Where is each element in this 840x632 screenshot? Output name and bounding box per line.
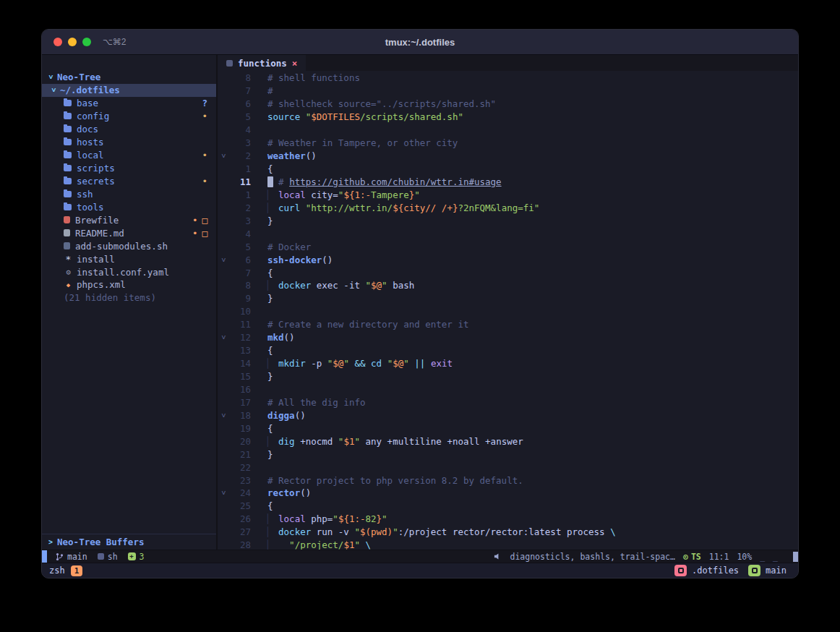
code-token: ${1:- — [343, 189, 371, 200]
tree-item[interactable]: ⚙install.conf.yaml — [42, 265, 216, 278]
code-line[interactable]: 13{ — [218, 344, 798, 357]
code-line[interactable]: 28▏ "/project/$1" \ — [218, 539, 798, 550]
code-token — [273, 358, 279, 369]
git-status-badge: • — [202, 150, 207, 161]
tmux-session-badge[interactable] — [748, 565, 760, 576]
code-line[interactable]: 4 — [218, 227, 798, 240]
folder-icon — [64, 165, 72, 171]
code-line[interactable]: >18digga() — [218, 409, 798, 422]
code-line[interactable]: 8# shell functions — [218, 72, 798, 85]
code-token — [273, 513, 279, 524]
statusline-right: diagnosticls, bashls, trail-spac… ⊙ TS 1… — [494, 552, 798, 562]
line-number: 6 — [229, 255, 251, 265]
code-line[interactable]: 14▏ mkdir -p "$@" && cd "$@" || exit — [218, 357, 798, 370]
code-line[interactable]: 11# Create a new directory and enter it — [218, 318, 798, 331]
tree-item[interactable]: base? — [42, 97, 216, 110]
code-token: \ — [610, 526, 616, 537]
code-line[interactable]: 1{ — [218, 163, 798, 176]
close-tab-icon[interactable]: × — [292, 58, 298, 69]
line-number: 19 — [229, 423, 251, 434]
tree-item[interactable]: docs — [42, 123, 216, 136]
line-number: 20 — [229, 436, 251, 447]
line-number: 5 — [229, 242, 251, 252]
code-line[interactable]: 7{ — [218, 266, 798, 279]
code-line[interactable]: 23# Rector project to php version 8.2 by… — [218, 474, 798, 487]
code-line[interactable]: 2▏ curl "http://wttr.in/${city// /+}?2nF… — [218, 201, 798, 214]
code-line[interactable]: >2weather() — [218, 150, 798, 163]
code-token: " — [365, 280, 371, 291]
tmux-right: .dotfiles main — [674, 565, 791, 576]
code-line[interactable]: 1▏ local city="${1:-Tampere}" — [218, 188, 798, 201]
code-line[interactable]: 4 — [218, 124, 798, 137]
code-line[interactable]: >24rector() — [218, 487, 798, 500]
tmux-window-name[interactable]: zsh — [49, 565, 65, 576]
code-token: mkd — [267, 332, 284, 343]
tree-root-item[interactable]: > ~/.dotfiles — [42, 84, 216, 97]
fold-chevron-icon[interactable]: > — [220, 154, 228, 158]
code-line[interactable]: 17# All the dig info — [218, 396, 798, 409]
minimize-window-button[interactable] — [68, 38, 77, 46]
line-number: 4 — [229, 229, 251, 239]
tmux-window-index-badge[interactable]: 1 — [71, 565, 83, 576]
tab-functions[interactable]: functions × — [218, 55, 306, 71]
code-token — [273, 436, 279, 447]
tree-item-label: config — [77, 111, 109, 121]
code-token: ▏ — [267, 539, 273, 550]
code-line[interactable]: 26▏ local php="${1:-82}" — [218, 513, 798, 526]
titlebar[interactable]: ⌥⌘2 tmux:~/.dotfiles — [42, 30, 798, 55]
tree-item[interactable]: add-submodules.sh — [42, 239, 216, 252]
tree-item[interactable]: scripts — [42, 162, 216, 175]
tree-item[interactable]: ◆phpcs.xml — [42, 278, 216, 291]
code-line[interactable]: 7# — [218, 85, 798, 98]
tree-item[interactable]: secrets• — [42, 175, 216, 188]
code-token: " — [393, 526, 398, 537]
code-line[interactable]: 9} — [218, 292, 798, 305]
fold-chevron-icon[interactable]: > — [220, 413, 228, 417]
code-text: # shell functions — [267, 72, 360, 83]
code-token: () — [300, 487, 311, 498]
fold-chevron-icon[interactable]: > — [220, 257, 228, 262]
code-line[interactable]: >6ssh-docker() — [218, 253, 798, 266]
code-line[interactable]: 22 — [218, 461, 798, 474]
tree-item[interactable]: config• — [42, 110, 216, 123]
code-line[interactable]: 27▏ docker run -v "$(pwd)":/project rect… — [218, 526, 798, 539]
tmux-session-label[interactable]: main — [766, 565, 787, 576]
code-text: ▏ curl "http://wttr.in/${city// /+}?2nFQ… — [267, 202, 539, 213]
code-line[interactable]: 20▏ dig +nocmd "$1" any +multiline +noal… — [218, 435, 798, 448]
code-line[interactable]: 5source "$DOTFILES/scripts/shared.sh" — [218, 111, 798, 124]
tree-item[interactable]: Brewfile•□ — [42, 213, 216, 226]
code-line[interactable]: 10 — [218, 305, 798, 318]
code-line[interactable]: 11 # https://github.com/chubin/wttr.in#u… — [218, 176, 798, 189]
tree-item[interactable]: ssh — [42, 187, 216, 200]
tree-item[interactable]: hosts — [42, 136, 216, 149]
code-line[interactable]: >12mkd() — [218, 331, 798, 344]
code-line[interactable]: 6# shellcheck source="../scripts/shared.… — [218, 98, 798, 111]
code-line[interactable]: 21} — [218, 448, 798, 461]
line-number: 8 — [229, 72, 251, 83]
neotree-buffers-header[interactable]: > Neo-Tree Buffers — [42, 534, 216, 550]
neotree-header[interactable]: > Neo-Tree — [42, 71, 216, 84]
fold-chevron-icon[interactable]: > — [220, 336, 228, 340]
git-status-badges: • — [202, 176, 207, 187]
code-line[interactable]: 5# Docker — [218, 240, 798, 253]
code-line[interactable]: 16 — [218, 383, 798, 396]
code-line[interactable]: 15} — [218, 370, 798, 383]
line-number: 12 — [229, 332, 251, 343]
close-window-button[interactable] — [53, 38, 62, 46]
code-line[interactable]: 25{ — [218, 500, 798, 513]
zoom-window-button[interactable] — [82, 38, 91, 46]
code-line[interactable]: 3# Weather in Tampere, or other city — [218, 137, 798, 150]
git-status-badges: •□ — [192, 228, 207, 239]
code-token — [273, 176, 279, 187]
tree-item[interactable]: tools — [42, 200, 216, 213]
code-text: ▏ docker run -v "$(pwd)":/project rector… — [267, 526, 616, 537]
code-line[interactable]: 3} — [218, 214, 798, 227]
gutter: 13 — [218, 345, 251, 356]
code-line[interactable]: 8▏ docker exec -it "$@" bash — [218, 279, 798, 292]
tree-item[interactable]: *install — [42, 252, 216, 265]
code-line[interactable]: 19{ — [218, 422, 798, 435]
tree-item[interactable]: README.md•□ — [42, 226, 216, 239]
tree-root-label: ~/.dotfiles — [60, 85, 120, 95]
tree-item[interactable]: local• — [42, 149, 216, 162]
fold-chevron-icon[interactable]: > — [220, 491, 228, 495]
